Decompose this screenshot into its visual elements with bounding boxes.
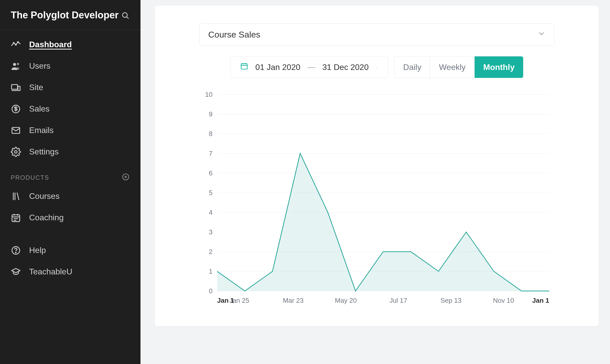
granularity-daily[interactable]: Daily — [394, 56, 430, 78]
nav-products: Courses Coaching — [0, 186, 140, 228]
svg-text:Jan 1: Jan 1 — [532, 297, 549, 304]
svg-text:Jul 17: Jul 17 — [390, 297, 407, 304]
search-icon — [121, 11, 130, 21]
nav-coaching[interactable]: Coaching — [0, 207, 140, 228]
nav-settings[interactable]: Settings — [0, 141, 140, 163]
svg-line-18 — [17, 193, 19, 200]
date-start: 01 Jan 2020 — [255, 63, 300, 72]
nav-label: Sales — [29, 104, 50, 114]
granularity-segmented: Daily Weekly Monthly — [394, 56, 523, 78]
products-heading: PRODUCTS — [0, 163, 140, 186]
nav-label: Dashboard — [29, 40, 72, 49]
nav-main: Dashboard Users Site Sales Emails — [0, 30, 140, 163]
date-range-picker[interactable]: 01 Jan 2020 — 31 Dec 2020 · — [230, 56, 388, 78]
search-button[interactable] — [121, 9, 130, 21]
grad-cap-icon — [11, 267, 21, 277]
svg-text:Nov 10: Nov 10 — [493, 297, 514, 304]
metric-select[interactable]: Course Sales — [199, 23, 554, 45]
svg-point-2 — [13, 42, 14, 43]
nav-label: Users — [29, 61, 51, 71]
dashboard-icon — [11, 40, 21, 50]
date-range-dash: — — [308, 63, 315, 71]
svg-text:6: 6 — [209, 169, 213, 177]
svg-point-4 — [17, 42, 18, 43]
nav-label: Help — [29, 246, 46, 255]
nav-site[interactable]: Site — [0, 77, 140, 98]
svg-text:8: 8 — [209, 130, 213, 138]
brand-title: The Polyglot Developer — [11, 9, 119, 21]
svg-line-1 — [127, 17, 128, 19]
nav-label: Settings — [29, 147, 59, 156]
nav-teachableu[interactable]: TeachableU — [0, 261, 140, 283]
granularity-weekly[interactable]: Weekly — [430, 56, 474, 78]
metric-select-label: Course Sales — [208, 30, 260, 40]
svg-text:May 20: May 20 — [335, 297, 357, 304]
svg-point-5 — [13, 63, 16, 66]
sidebar: The Polyglot Developer Dashboard Users S… — [0, 0, 140, 364]
svg-text:Sep 13: Sep 13 — [440, 297, 461, 304]
svg-text:4: 4 — [209, 209, 213, 216]
users-icon — [11, 61, 21, 71]
dollar-icon — [11, 104, 21, 114]
nav-label: Courses — [29, 191, 60, 201]
svg-rect-27 — [241, 64, 247, 69]
dashboard-card: Course Sales 01 Jan 2020 — 31 Dec 2020 ·… — [155, 6, 599, 326]
svg-text:Mar 23: Mar 23 — [283, 297, 303, 304]
sales-chart-svg: 012345678910Jan 1Jan 25Mar 23May 20Jul 1… — [199, 92, 554, 311]
svg-text:10: 10 — [205, 92, 213, 98]
date-range-more: · — [376, 64, 378, 70]
granularity-monthly[interactable]: Monthly — [475, 56, 523, 78]
nav-label: TeachableU — [29, 267, 72, 276]
nav-emails[interactable]: Emails — [0, 120, 140, 141]
svg-text:Jan 25: Jan 25 — [229, 297, 249, 304]
svg-rect-9 — [18, 86, 20, 91]
add-product-button[interactable] — [122, 173, 130, 183]
svg-text:7: 7 — [209, 150, 213, 157]
calendar-icon — [11, 213, 21, 223]
courses-icon — [11, 191, 21, 201]
svg-text:0: 0 — [209, 287, 213, 295]
calendar-icon — [240, 62, 248, 72]
devices-icon — [11, 82, 21, 93]
date-end: 31 Dec 2020 — [322, 63, 369, 72]
nav-label: Site — [29, 83, 43, 92]
nav-sales[interactable]: Sales — [0, 98, 140, 120]
svg-text:9: 9 — [209, 110, 213, 118]
nav-courses[interactable]: Courses — [0, 186, 140, 207]
svg-point-6 — [17, 63, 19, 65]
nav-help[interactable]: Help — [0, 240, 140, 261]
plus-circle-icon — [122, 175, 130, 182]
nav-bottom: Help TeachableU — [0, 236, 140, 283]
svg-text:3: 3 — [209, 228, 213, 236]
sidebar-header: The Polyglot Developer — [0, 0, 140, 30]
controls-row: 01 Jan 2020 — 31 Dec 2020 · Daily Weekly… — [173, 56, 581, 78]
svg-text:5: 5 — [209, 189, 213, 197]
nav-label: Emails — [29, 126, 54, 135]
products-heading-label: PRODUCTS — [11, 174, 49, 181]
svg-text:1: 1 — [209, 268, 213, 275]
nav-dashboard[interactable]: Dashboard — [0, 34, 140, 55]
nav-users[interactable]: Users — [0, 55, 140, 77]
gear-icon — [11, 147, 21, 157]
nav-label: Coaching — [29, 213, 64, 222]
svg-point-26 — [16, 252, 16, 253]
sales-chart: 012345678910Jan 1Jan 25Mar 23May 20Jul 1… — [199, 92, 554, 311]
svg-point-12 — [15, 151, 17, 153]
svg-rect-7 — [11, 84, 17, 89]
main: Course Sales 01 Jan 2020 — 31 Dec 2020 ·… — [140, 0, 610, 364]
chevron-down-icon — [538, 30, 545, 40]
mail-icon — [11, 125, 21, 136]
svg-point-3 — [15, 44, 16, 45]
help-icon — [11, 245, 21, 256]
svg-text:2: 2 — [209, 248, 213, 256]
